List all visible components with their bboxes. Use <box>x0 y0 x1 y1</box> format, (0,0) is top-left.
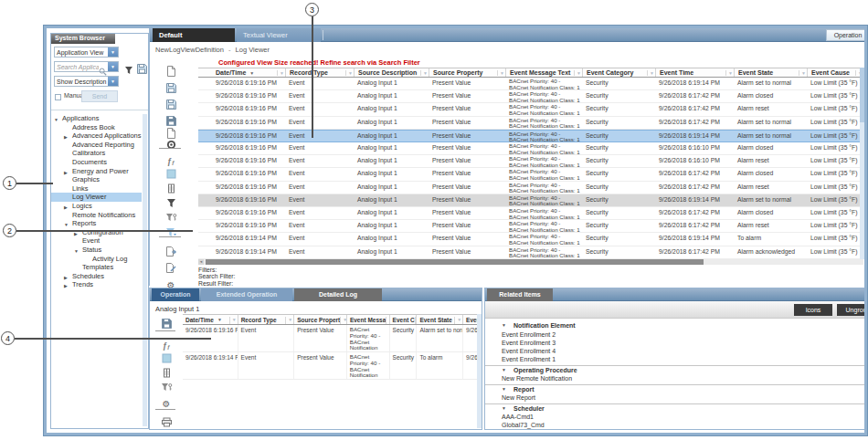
sidebar-item-trends[interactable]: ▶Trends <box>51 280 142 289</box>
key-filter-icon[interactable] <box>161 210 181 223</box>
detail-column-header-date-time[interactable]: Date/Time▼▼ <box>183 315 238 324</box>
log-row-4[interactable]: 9/26/2018 6:19:16 PMEventAnalog Input 1P… <box>198 117 863 130</box>
icons-button[interactable]: Icons <box>794 304 832 316</box>
ungroup-button[interactable]: Ungroup <box>837 304 867 316</box>
sidebar-item-advanced-applications[interactable]: ▶Advanced Applications <box>51 131 142 141</box>
save-search-icon[interactable] <box>135 61 148 72</box>
log-row-6[interactable]: 9/26/2018 6:19:16 PMEventAnalog Input 1P… <box>198 142 863 155</box>
column-header-record-type[interactable]: Record Type▼ <box>285 68 354 77</box>
manual-checkbox[interactable] <box>55 94 61 100</box>
related-item[interactable]: New Remote Notification <box>485 374 867 382</box>
sidebar-item-documents[interactable]: Documents <box>51 158 142 167</box>
related-item[interactable]: AAA-Cmd1 <box>485 413 867 421</box>
log-row-14[interactable]: 9/26/2018 6:19:14 PMEventAnalog Input 1P… <box>198 246 863 259</box>
sidebar-item-links[interactable]: Links <box>51 184 142 194</box>
column-header-date-time[interactable]: Date/Time▼▼ <box>198 68 285 77</box>
detail-row-1[interactable]: 9/26/2018 6:19:16 PMEventPresent ValueBA… <box>183 325 479 352</box>
search-options-arrow-icon[interactable]: ▼ <box>108 62 118 71</box>
column-filter-icon[interactable]: ▼ <box>420 70 429 76</box>
log-table-vertical-scrollbar[interactable] <box>860 68 864 259</box>
related-item[interactable]: Global73_Cmd <box>485 421 867 429</box>
print-icon[interactable] <box>157 414 175 426</box>
column-header-event-category[interactable]: Event Category▼ <box>582 68 655 77</box>
send-button[interactable]: Send <box>81 90 118 102</box>
sidebar-item-address-book[interactable]: Address Book <box>51 123 142 132</box>
detail-column-header-event-state[interactable]: Event State▼ <box>416 315 462 324</box>
log-row-12[interactable]: 9/26/2018 6:19:16 PMEventAnalog Input 1P… <box>198 220 863 233</box>
breadcrumb-view-name[interactable]: NewLogViewDefinition <box>155 46 224 54</box>
expander-open-icon[interactable]: ▼ <box>502 385 506 394</box>
column-filter-icon[interactable]: ▼ <box>277 70 285 76</box>
log-row-10[interactable]: 9/26/2018 6:19:16 PMEventAnalog Input 1P… <box>198 194 863 207</box>
tab-related-items[interactable]: Related Items <box>487 288 553 301</box>
function-icon[interactable]: ƒƒ <box>161 152 181 164</box>
column-filter-icon[interactable]: ▼ <box>497 70 505 76</box>
settings-gear-icon[interactable]: ⚙ <box>161 276 181 288</box>
column-header-event-state[interactable]: Event State▼ <box>734 68 807 77</box>
sidebar-scrollbar[interactable] <box>143 114 147 426</box>
related-item[interactable]: New Report <box>485 393 867 402</box>
column-header-event-cause[interactable]: Event Cause▼ <box>807 68 863 77</box>
column-filter-icon[interactable]: ▼ <box>574 70 582 76</box>
log-row-9[interactable]: 9/26/2018 6:19:16 PMEventAnalog Input 1P… <box>198 182 863 194</box>
sidebar-item-schedules[interactable]: ▶Schedules <box>51 272 142 281</box>
column-filter-icon[interactable]: ▼ <box>725 70 734 76</box>
column-filter-icon[interactable]: ▼ <box>454 317 462 324</box>
sidebar-item-status[interactable]: ▼Status <box>51 246 142 255</box>
save-icon[interactable] <box>161 80 181 93</box>
show-description-select[interactable]: Show Description ▼ <box>54 76 119 87</box>
column-filter-icon[interactable]: ▼ <box>799 70 807 76</box>
detail-vertical-scrollbar[interactable] <box>477 314 482 428</box>
scrollbar-thumb[interactable] <box>206 259 704 265</box>
operation-tab-button[interactable]: Operation <box>826 29 867 41</box>
sidebar-item-logics[interactable]: ▶Logics <box>51 202 142 211</box>
dropdown-arrow-icon[interactable]: ▼ <box>108 77 118 86</box>
detail-column-header-event-messa[interactable]: Event Messa▼ <box>346 315 389 324</box>
key-filter-icon[interactable] <box>157 380 175 392</box>
related-group-header[interactable]: ▼Scheduler <box>485 404 867 414</box>
scroll-left-arrow-icon[interactable]: ◄ <box>198 259 204 265</box>
sidebar-item-advanced-reporting[interactable]: Advanced Reporting <box>51 141 142 150</box>
related-item[interactable]: Event Enrollment 3 <box>485 339 867 347</box>
sidebar-item-event[interactable]: Event <box>51 236 142 246</box>
column-filter-icon[interactable]: ▼ <box>340 317 346 324</box>
settings-gear-icon[interactable]: ⚙ <box>157 394 175 406</box>
breadcrumb-target-name[interactable]: Log Viewer <box>236 46 270 54</box>
expander-closed-icon[interactable]: ▶ <box>64 282 68 291</box>
related-item[interactable]: Event Enrollment 1 <box>485 355 867 363</box>
save-icon[interactable] <box>157 316 175 328</box>
highlight-color-icon[interactable] <box>157 351 175 362</box>
column-header-source-property[interactable]: Source Property▼ <box>429 68 505 77</box>
detail-row-2[interactable]: 9/26/2018 6:19:14 PMEventPresent ValueBA… <box>183 352 479 380</box>
expander-open-icon[interactable]: ▼ <box>502 321 506 330</box>
save-copy-icon[interactable] <box>161 97 181 110</box>
column-customize-icon[interactable] <box>161 181 181 194</box>
application-view-select[interactable]: Application View ▼ <box>54 47 119 58</box>
log-row-3[interactable]: 9/26/2018 6:19:16 PMEventAnalog Input 1P… <box>198 103 863 116</box>
detail-column-header-source-propert[interactable]: Source Propert▼ <box>293 315 346 324</box>
save-as-icon[interactable] <box>161 113 181 126</box>
column-filter-icon[interactable]: ▼ <box>345 70 354 76</box>
detail-column-header-record-type[interactable]: Record Type▼ <box>238 315 294 324</box>
column-filter-icon[interactable]: ▼ <box>647 70 655 76</box>
column-header-event-time[interactable]: Event Time▼ <box>655 68 734 77</box>
detail-column-header-event-c[interactable]: Event C▼ <box>389 315 417 324</box>
sidebar-item-applications[interactable]: ▼Applications <box>51 114 142 123</box>
column-filter-icon[interactable]: ▼ <box>229 317 238 324</box>
filter-icon[interactable] <box>122 62 135 73</box>
filter-icon[interactable] <box>161 195 181 208</box>
log-row-5[interactable]: 9/26/2018 6:19:16 PMEventAnalog Input 1P… <box>198 130 863 142</box>
log-row-8[interactable]: 9/26/2018 6:19:16 PMEventAnalog Input 1P… <box>198 168 863 181</box>
sidebar-item-calibrators[interactable]: Calibrators <box>51 149 142 158</box>
log-row-7[interactable]: 9/26/2018 6:19:16 PMEventAnalog Input 1P… <box>198 155 863 168</box>
tab-textual-viewer[interactable]: Textual Viewer <box>237 28 321 42</box>
log-row-11[interactable]: 9/26/2018 6:19:16 PMEventAnalog Input 1P… <box>198 207 863 220</box>
column-header-source-description[interactable]: Source Description▼ <box>354 68 429 77</box>
new-log-view-icon[interactable] <box>161 64 181 77</box>
column-customize-icon[interactable] <box>157 365 175 377</box>
related-item[interactable]: Event Enrollment 4 <box>485 347 867 355</box>
tab-default[interactable]: Default <box>153 28 235 42</box>
tab-detailed-log[interactable]: Detailed Log <box>294 288 382 301</box>
edit-definition-icon[interactable] <box>161 261 181 274</box>
search-input[interactable]: Search Application ▼ <box>54 61 119 72</box>
